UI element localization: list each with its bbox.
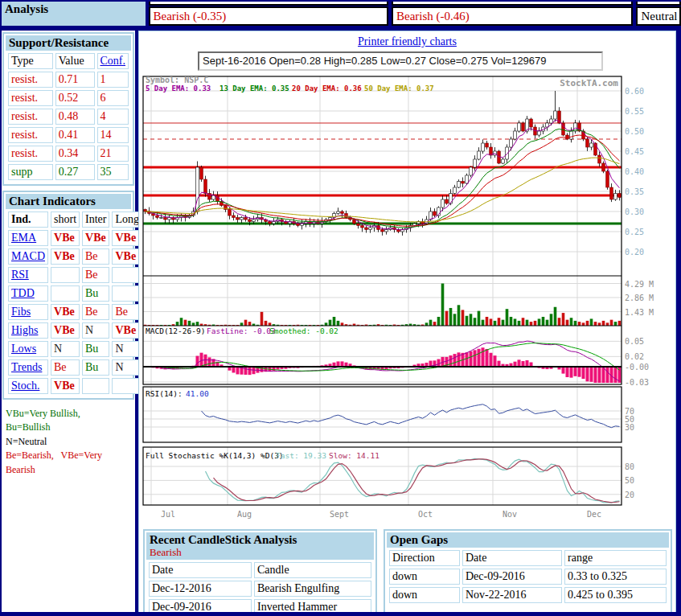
col-short: short [51, 211, 80, 228]
technical-chart-svg: Symbol: NSP.CStockTA.com5 Day EMA: 0.331… [139, 74, 675, 524]
ci-short: N [51, 341, 80, 357]
indicator-link-fibs[interactable]: Fibs [11, 306, 31, 318]
svg-text:RSI(14):: RSI(14): [146, 389, 183, 398]
sr-row: resist.0.526 [8, 90, 129, 106]
svg-text:0.05: 0.05 [625, 337, 644, 346]
svg-text:0.60: 0.60 [625, 87, 644, 96]
score-short-term: Bearish (-0.35) [149, 6, 388, 26]
sr-row: resist.0.711 [8, 72, 129, 88]
ci-inter: Bu [82, 341, 109, 357]
svg-text:StockTA.com: StockTA.com [560, 78, 618, 88]
printer-friendly-link[interactable]: Printer friendly charts [358, 35, 457, 47]
sr-value: 0.52 [55, 90, 95, 106]
open-gap-row: downDec-09-20160.33 to 0.325 [389, 569, 667, 585]
col-candle: Candle [254, 562, 371, 578]
sr-type: resist. [8, 90, 53, 106]
sr-type: resist. [8, 72, 53, 88]
col-conf: Conf. [97, 53, 129, 69]
bottom-tables-row: Recent CandleStick Analysis Bearish Date… [143, 529, 675, 616]
svg-text:0.50: 0.50 [625, 127, 644, 136]
svg-text:Symbol: NSP.C: Symbol: NSP.C [146, 76, 208, 84]
gap-date: Nov-22-2016 [462, 587, 562, 603]
ci-short [51, 267, 80, 283]
conf-link[interactable]: Conf. [101, 55, 126, 67]
col-date: Date [149, 562, 252, 578]
ci-short [51, 285, 80, 302]
sr-conf: 6 [97, 90, 129, 106]
col-date: Date [462, 550, 562, 566]
svg-text:Fast: 19.33: Fast: 19.33 [276, 451, 326, 460]
sr-type: resist. [8, 146, 53, 162]
gap-range: 0.33 to 0.325 [564, 569, 667, 585]
indicator-link-trends[interactable]: Trends [11, 361, 42, 373]
open-gaps-table: Direction Date range downDec-09-20160.33… [387, 548, 669, 606]
ci-ind: TDD [8, 285, 48, 302]
sr-conf: 35 [97, 164, 129, 180]
open-gaps-box: Open Gaps Direction Date range downDec-0… [384, 529, 672, 616]
chart-indicators-title: Chart Indicators [6, 194, 131, 209]
support-resistance-title: Support/Resistance [6, 35, 131, 51]
ci-inter [82, 378, 109, 394]
sidebar: Support/Resistance Type Value Conf. resi… [2, 31, 135, 616]
gap-date: Dec-09-2016 [462, 569, 562, 585]
indicator-link-ema[interactable]: EMA [11, 232, 36, 244]
svg-text:Smoothed: -0.02: Smoothed: -0.02 [269, 326, 338, 335]
ci-ind: MACD [8, 248, 48, 265]
ci-ind: Stoch. [8, 378, 48, 394]
ci-inter: Be [82, 304, 109, 320]
ci-row: TDDBu [8, 285, 142, 302]
support-resistance-box: Support/Resistance Type Value Conf. resi… [2, 32, 134, 186]
indicator-link-stoch[interactable]: Stoch. [11, 380, 39, 392]
indicator-link-rsi[interactable]: RSI [11, 269, 29, 281]
cs-date: Dec-12-2016 [149, 581, 252, 597]
ci-ind: RSI [8, 267, 48, 283]
ci-short: VBe [51, 378, 80, 394]
svg-text:50: 50 [625, 476, 634, 485]
chart-indicators-box: Chart Indicators Ind. short Inter Long E… [2, 191, 134, 400]
svg-text:80: 80 [625, 462, 634, 471]
indicator-link-tdd[interactable]: TDD [11, 287, 35, 299]
ci-inter: Bu [82, 285, 109, 302]
indicator-link-highs[interactable]: Highs [11, 324, 38, 336]
ci-inter: VBe [82, 230, 109, 246]
sr-value: 0.48 [55, 109, 95, 125]
intermediate-score-box: Bearish (-0.46) [392, 2, 633, 26]
ci-short: Be [51, 359, 80, 376]
ci-row: LowsNBuN [8, 341, 142, 357]
svg-text:20 Day EMA: 0.36: 20 Day EMA: 0.36 [292, 84, 362, 92]
legend-neutral: N=Neutral [6, 436, 47, 447]
main-row: Support/Resistance Type Value Conf. resi… [2, 31, 681, 616]
sr-row: resist.0.4114 [8, 127, 129, 143]
table-header-row: Ind. short Inter Long [8, 211, 142, 228]
rating-legend: VBu=Very Bullish, Bu=Bullish N=Neutral B… [2, 405, 134, 479]
ci-row: Stoch.VBe [8, 378, 142, 394]
sr-row: supp0.2735 [8, 164, 129, 180]
sr-row: resist.0.484 [8, 109, 129, 125]
svg-text:0.20: 0.20 [625, 248, 644, 257]
page-bottom-border [0, 612, 681, 616]
svg-text:0.35: 0.35 [625, 187, 644, 196]
cutoff-box-top [149, 2, 388, 6]
ci-short: VBe [51, 248, 80, 265]
indicator-link-lows[interactable]: Lows [11, 343, 36, 355]
score-long-term: Neutral [636, 6, 681, 26]
cs-candle: Bearish Engulfing [254, 581, 371, 597]
long-term-score-box: Neutral [636, 2, 681, 26]
svg-text:Dec: Dec [587, 510, 601, 519]
svg-text:Jul: Jul [161, 510, 175, 519]
open-gap-row: downNov-22-20160.425 to 0.395 [389, 587, 667, 603]
sr-type: supp [8, 164, 53, 180]
printer-link-row: Printer friendly charts [139, 31, 675, 50]
svg-text:FastLine: -0.03: FastLine: -0.03 [207, 326, 276, 335]
indicator-link-macd[interactable]: MACD [11, 250, 45, 262]
ci-short: VBe [51, 304, 80, 320]
chart-column: Printer friendly charts Sept-16-2016 Ope… [138, 31, 676, 616]
sr-conf: 21 [97, 146, 129, 162]
ci-ind: Lows [8, 341, 48, 357]
gap-direction: down [389, 569, 460, 585]
svg-text:Oct: Oct [418, 510, 433, 519]
svg-text:MACD(12-26-9): MACD(12-26-9) [146, 326, 205, 335]
svg-text:-0.00: -0.00 [625, 363, 649, 372]
svg-text:Sept: Sept [330, 510, 349, 519]
sr-value: 0.27 [55, 164, 95, 180]
